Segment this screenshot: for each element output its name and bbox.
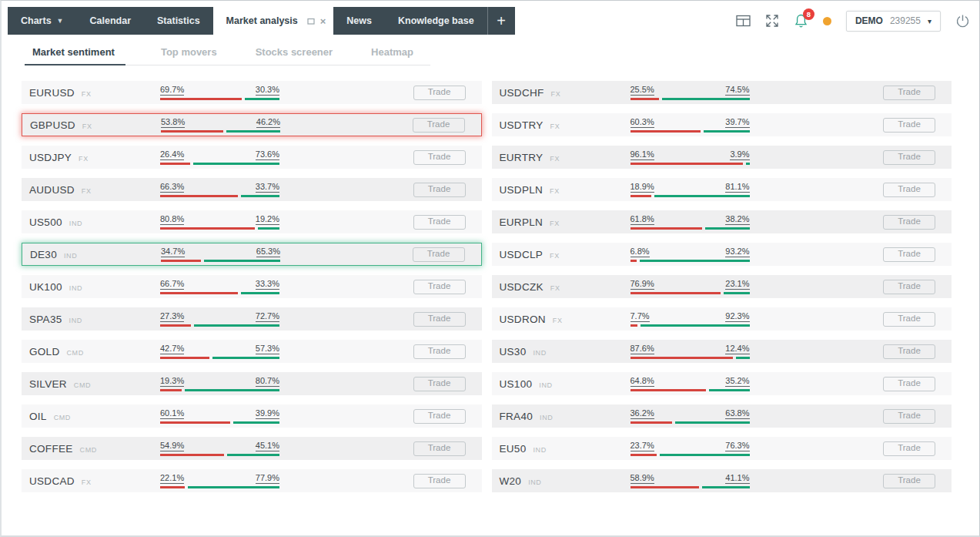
- sentiment-bar: [630, 486, 750, 488]
- instrument-category: FX: [551, 90, 561, 98]
- trade-button[interactable]: Trade: [413, 409, 466, 424]
- sentiment-row[interactable]: SPA35 IND 27.3% 72.7% Trade: [22, 307, 482, 331]
- sentiment-row[interactable]: USDCAD FX 22.1% 77.9% Trade: [22, 469, 482, 492]
- instrument-category: CMD: [80, 446, 97, 454]
- fullscreen-icon[interactable]: [765, 14, 779, 28]
- sentiment-row[interactable]: USDJPY FX 26.4% 73.6% Trade: [22, 146, 482, 169]
- tab-statistics[interactable]: Statistics: [144, 7, 213, 35]
- notifications-bell-icon[interactable]: 8: [794, 13, 808, 29]
- trade-button[interactable]: Trade: [413, 280, 466, 294]
- sentiment-bar: [160, 324, 279, 327]
- trade-button[interactable]: Trade: [883, 409, 935, 424]
- sentiment-row[interactable]: USDPLN FX 18.9% 81.1% Trade: [492, 178, 952, 201]
- trade-button[interactable]: Trade: [413, 441, 466, 456]
- sentiment-row[interactable]: USDCZK FX 76.9% 23.1% Trade: [492, 275, 952, 298]
- short-percent: 80.8%: [160, 214, 184, 226]
- instrument-symbol: OIL: [29, 411, 47, 422]
- tab-label: Knowledge base: [398, 15, 474, 26]
- sentiment-row[interactable]: EURUSD FX 69.7% 30.3% Trade: [22, 81, 482, 104]
- sentiment-row[interactable]: COFFEE CMD 54.9% 45.1% Trade: [22, 437, 482, 460]
- instrument: GOLD CMD: [29, 346, 160, 357]
- power-logout-icon[interactable]: [955, 14, 970, 29]
- trade-button[interactable]: Trade: [883, 377, 935, 391]
- short-bar: [160, 195, 238, 197]
- sentiment-row[interactable]: SILVER CMD 19.3% 80.7% Trade: [22, 372, 482, 395]
- trade-button[interactable]: Trade: [883, 441, 935, 456]
- sentiment-row[interactable]: EURPLN FX 61.8% 38.2% Trade: [492, 210, 952, 233]
- sentiment-row[interactable]: W20 IND 58.9% 41.1% Trade: [492, 469, 952, 492]
- tab-news[interactable]: News: [333, 7, 385, 35]
- trade-button[interactable]: Trade: [883, 280, 935, 294]
- sentiment-row[interactable]: OIL CMD 60.1% 39.9% Trade: [22, 404, 482, 428]
- short-percent: 61.8%: [630, 214, 654, 226]
- sentiment-row[interactable]: EU50 IND 23.7% 76.3% Trade: [492, 437, 952, 460]
- account-selector[interactable]: DEMO 239255 ▾: [846, 11, 941, 32]
- close-icon[interactable]: ×: [320, 16, 326, 26]
- instrument-category: FX: [550, 284, 560, 292]
- trade-button[interactable]: Trade: [883, 150, 935, 165]
- sentiment-row[interactable]: US100 IND 64.8% 35.2% Trade: [492, 372, 952, 395]
- trade-button[interactable]: Trade: [413, 150, 466, 165]
- subtab-stocks-screener[interactable]: Stocks screener: [253, 46, 336, 65]
- trade-button[interactable]: Trade: [413, 86, 466, 100]
- long-bar: [705, 227, 749, 230]
- trade-button[interactable]: Trade: [413, 344, 466, 359]
- trade-button[interactable]: Trade: [413, 215, 466, 230]
- tab-knowledge-base[interactable]: Knowledge base: [385, 7, 487, 35]
- sentiment-row[interactable]: FRA40 IND 36.2% 63.8% Trade: [492, 404, 952, 428]
- short-percent: 69.7%: [160, 85, 184, 96]
- sentiment-gauge: 64.8% 35.2%: [630, 376, 750, 392]
- tab-market-analysis[interactable]: Market analysis ×: [213, 7, 334, 35]
- long-percent: 72.7%: [256, 311, 279, 323]
- long-percent: 38.2%: [725, 214, 749, 226]
- subtab-market-sentiment[interactable]: Market sentiment: [25, 46, 125, 65]
- sentiment-row[interactable]: DE30 IND 34.7% 65.3% Trade: [22, 243, 482, 266]
- instrument-symbol: SILVER: [29, 378, 67, 390]
- short-bar: [630, 227, 703, 230]
- trade-button[interactable]: Trade: [883, 118, 935, 133]
- sentiment-bar: [630, 389, 750, 391]
- sentiment-row[interactable]: USDTRY FX 60.3% 39.7% Trade: [492, 113, 952, 136]
- trade-button[interactable]: Trade: [413, 118, 465, 133]
- trade-button[interactable]: Trade: [883, 474, 935, 488]
- sentiment-row[interactable]: GOLD CMD 42.7% 57.3% Trade: [22, 340, 482, 363]
- trade-button[interactable]: Trade: [883, 247, 935, 262]
- trade-button[interactable]: Trade: [883, 86, 935, 100]
- sentiment-row[interactable]: USDCLP FX 6.8% 93.2% Trade: [492, 243, 952, 266]
- trade-button[interactable]: Trade: [413, 474, 466, 488]
- trade-button[interactable]: Trade: [413, 183, 466, 197]
- trade-button[interactable]: Trade: [413, 312, 466, 327]
- instrument-category: IND: [528, 478, 541, 486]
- sentiment-gauge: 54.9% 45.1%: [160, 441, 279, 457]
- tab-charts[interactable]: Charts ▼: [8, 7, 77, 35]
- sentiment-row[interactable]: US30 IND 87.6% 12.4% Trade: [492, 340, 952, 363]
- sentiment-gauge: 60.3% 39.7%: [630, 117, 750, 133]
- subtab-heatmap[interactable]: Heatmap: [368, 46, 416, 65]
- sentiment-row[interactable]: EURTRY FX 96.1% 3.9% Trade: [492, 146, 952, 169]
- trade-button[interactable]: Trade: [413, 247, 465, 262]
- popout-window-icon[interactable]: [307, 18, 315, 25]
- subtab-top-movers[interactable]: Top movers: [158, 46, 220, 65]
- tab-calendar[interactable]: Calendar: [77, 7, 145, 35]
- trade-button[interactable]: Trade: [413, 377, 466, 391]
- sentiment-row[interactable]: GBPUSD FX 53.8% 46.2% Trade: [22, 113, 482, 136]
- sentiment-row[interactable]: USDCHF FX 25.5% 74.5% Trade: [492, 81, 952, 104]
- long-percent: 33.3%: [256, 279, 279, 290]
- layout-panels-icon[interactable]: [736, 15, 751, 27]
- instrument-category: FX: [553, 317, 563, 324]
- add-tab-button[interactable]: +: [487, 7, 515, 35]
- trade-button[interactable]: Trade: [883, 312, 935, 327]
- sentiment-row[interactable]: US500 IND 80.8% 19.2% Trade: [22, 210, 482, 233]
- sentiment-row[interactable]: UK100 IND 66.7% 33.3% Trade: [22, 275, 482, 298]
- short-bar: [160, 292, 238, 294]
- trade-button[interactable]: Trade: [883, 215, 935, 230]
- sentiment-row[interactable]: USDRON FX 7.7% 92.3% Trade: [492, 307, 952, 331]
- trade-button[interactable]: Trade: [883, 344, 935, 359]
- sentiment-row[interactable]: AUDUSD FX 66.3% 33.7% Trade: [22, 178, 482, 201]
- instrument-symbol: SPA35: [29, 314, 62, 325]
- long-percent: 73.6%: [256, 149, 279, 161]
- short-percent: 23.7%: [630, 441, 654, 452]
- trade-button[interactable]: Trade: [883, 183, 935, 197]
- long-bar: [724, 292, 750, 294]
- instrument: DE30 IND: [30, 249, 161, 260]
